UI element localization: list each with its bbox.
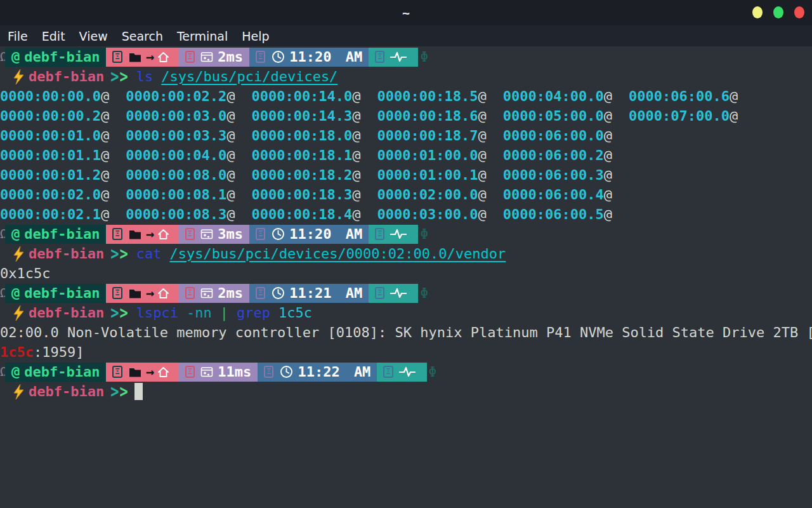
arrow-right-icon: → (146, 285, 154, 301)
pci-device-entry: 0000:00:01.2@ (0, 167, 109, 183)
heartbeat-icon (390, 288, 407, 299)
pci-device-entry: 0000:00:18.3@ (251, 187, 360, 203)
prompt-time-segment: Ξ11:20 AM (249, 48, 369, 67)
hostname: debf-bian (24, 226, 100, 242)
command-token: cat (136, 246, 162, 262)
prompt-chevron-icon: > (119, 67, 128, 86)
command-line: debf-bian > > ls/sys/bus/pci/devices/ (0, 67, 812, 86)
pci-device-row: 0000:00:02.0@0000:00:08.1@0000:00:18.3@0… (0, 185, 812, 204)
prompt-duration-segment: Ξ3ms (179, 225, 249, 244)
prompt-directory-segment: Ξ→ (106, 225, 178, 244)
clock-time: 11:20 AM (289, 226, 362, 242)
home-icon (157, 228, 170, 241)
debian-swirl-icon: @ (11, 49, 20, 65)
pci-device-entry: 0000:00:00.0@ (0, 88, 109, 104)
menu-file[interactable]: File (1, 25, 35, 46)
segment-separator-glyph: Ξ (112, 51, 122, 63)
command-line-active[interactable]: debf-bian > > (0, 382, 812, 401)
prompt-status-segment: Ξ (369, 48, 418, 67)
command-line: debf-bian > > cat/sys/bus/pci/devices/00… (0, 244, 812, 264)
prompt-chevron-icon: > (110, 382, 119, 401)
pci-device-entry: 0000:00:08.3@ (126, 206, 235, 222)
menu-edit[interactable]: Edit (35, 25, 72, 46)
prompt-name: debf-bian (29, 305, 104, 321)
prompt-directory-segment: Ξ→ (106, 284, 178, 303)
clock-time: 11:21 AM (289, 285, 362, 301)
prompt-host-segment: @debf-bian (5, 48, 106, 67)
pci-device-row: 0000:00:00.2@0000:00:03.0@0000:00:14.3@0… (0, 106, 812, 126)
prompt-chevron-icon: > (119, 303, 128, 323)
menu-view[interactable]: View (72, 25, 115, 46)
hostname: debf-bian (24, 49, 100, 65)
pci-device-entry: 0000:02:00.0@ (377, 187, 487, 203)
terminal-viewport[interactable]: Ω @debf-bian Ξ→ Ξ2ms Ξ11:20 AM Ξ Φ debf-… (0, 46, 812, 508)
segment-separator-glyph: Ξ (375, 287, 384, 299)
menu-bar: File Edit View Search Terminal Help (0, 25, 812, 46)
pci-device-entry: 0000:06:00.5@ (503, 206, 612, 222)
prompt-status-line: Ω @debf-bian Ξ→ Ξ11ms Ξ11:22 AM Ξ Φ (0, 362, 812, 382)
command-duration: 2ms (218, 49, 243, 65)
hostname: debf-bian (24, 364, 100, 380)
debian-swirl-icon: @ (11, 364, 20, 380)
segment-separator-glyph: Ξ (112, 287, 122, 299)
pci-device-row: 0000:00:01.2@0000:00:08.0@0000:00:18.2@0… (0, 165, 812, 185)
pipe-token: | (220, 305, 228, 321)
pci-device-entry: 0000:00:08.0@ (126, 167, 235, 183)
heartbeat-icon (399, 366, 416, 378)
prompt-duration-segment: Ξ2ms (179, 48, 249, 67)
powerline-fallback-glyph: Φ (420, 227, 428, 242)
lspci-output: 02:00.0 Non-Volatile memory controller [… (0, 324, 812, 340)
segment-separator-glyph: Ξ (375, 51, 384, 63)
minimize-button[interactable] (752, 6, 763, 18)
prompt-status-line: Ω @debf-bian Ξ→ Ξ3ms Ξ11:20 AM Ξ Φ (0, 224, 812, 244)
segment-separator-glyph: Ξ (375, 228, 384, 240)
powerline-fallback-glyph: Φ (420, 50, 428, 65)
pci-device-entry: 0000:00:03.0@ (126, 108, 235, 124)
clock-time: 11:22 AM (298, 364, 370, 380)
pci-device-entry: 0000:00:02.1@ (0, 206, 109, 222)
close-button[interactable] (794, 6, 804, 18)
segment-separator-glyph: Ξ (256, 287, 265, 299)
arrow-right-icon: → (146, 226, 154, 242)
pci-device-entry: 0000:00:02.0@ (0, 187, 109, 203)
pci-device-entry: 0000:00:18.1@ (251, 147, 360, 163)
path-token: /sys/bus/pci/devices/0000:02:00.0/vendor (169, 246, 506, 262)
clock-icon (279, 364, 294, 379)
segment-separator-glyph: Ξ (112, 366, 122, 378)
pci-device-entry: 0000:06:00.0@ (503, 128, 612, 144)
prompt-host-segment: @debf-bian (5, 284, 106, 303)
pci-device-entry: 0000:00:01.1@ (0, 147, 109, 163)
home-icon (157, 366, 170, 378)
prompt-chevron-icon: > (119, 382, 128, 401)
menu-help[interactable]: Help (235, 25, 276, 46)
menu-terminal[interactable]: Terminal (170, 25, 235, 46)
prompt-name: debf-bian (29, 69, 104, 84)
menu-search[interactable]: Search (115, 25, 170, 46)
clock-icon (271, 50, 285, 64)
pci-device-row: 0000:00:02.1@0000:00:08.3@0000:00:18.4@0… (0, 204, 812, 224)
folder-icon (128, 287, 142, 300)
command-line: debf-bian > > lspci-nn|grep1c5c (0, 303, 812, 323)
pci-device-entry: 0000:00:18.5@ (377, 88, 487, 104)
maximize-button[interactable] (773, 6, 783, 18)
pci-device-entry: 0000:06:00.2@ (503, 147, 612, 163)
segment-separator-glyph: Ξ (185, 51, 195, 63)
heartbeat-icon (390, 229, 407, 240)
prompt-directory-segment: Ξ→ (106, 363, 178, 382)
segment-separator-glyph: Ξ (383, 366, 393, 378)
pci-device-entry: 0000:01:00.0@ (377, 147, 487, 163)
segment-separator-glyph: Ξ (256, 51, 265, 63)
folder-icon (128, 228, 142, 241)
lightning-bolt-icon (11, 69, 27, 85)
prompt-chevron-icon: > (110, 67, 119, 86)
pci-device-entry: 0000:00:18.0@ (251, 128, 360, 144)
pci-device-entry: 0000:03:00.0@ (377, 206, 487, 222)
prompt-status-segment: Ξ (377, 363, 426, 382)
pci-device-entry: 0000:00:14.3@ (251, 108, 360, 124)
clock-icon (271, 227, 285, 241)
pci-device-entry: 0000:06:00.4@ (503, 187, 612, 203)
command-output-line: 0x1c5c (0, 264, 812, 283)
terminal-cursor (134, 383, 143, 400)
pci-device-entry: 0000:00:18.2@ (251, 167, 360, 183)
pci-device-entry: 0000:00:00.2@ (0, 108, 109, 124)
